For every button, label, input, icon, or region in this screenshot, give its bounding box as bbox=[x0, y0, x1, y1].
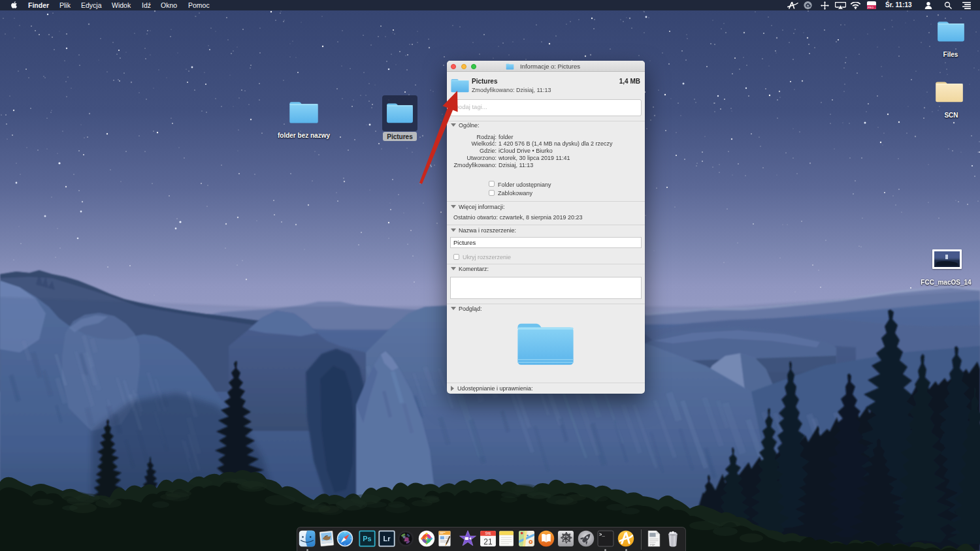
svg-text:Lr: Lr bbox=[384, 535, 391, 543]
svg-text:Ps: Ps bbox=[363, 535, 371, 543]
svg-text:PDF: PDF bbox=[650, 543, 655, 546]
svg-text:>_: >_ bbox=[599, 532, 605, 537]
svg-text:21: 21 bbox=[483, 537, 493, 546]
